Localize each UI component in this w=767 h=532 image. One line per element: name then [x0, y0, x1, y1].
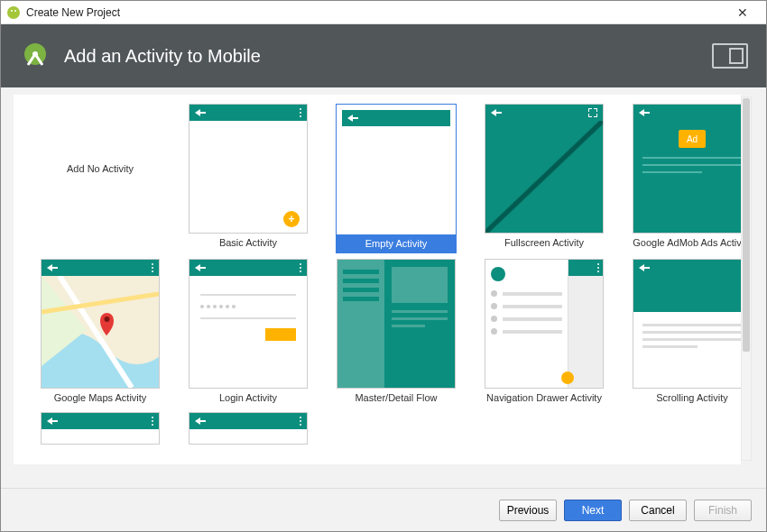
back-arrow-icon — [195, 264, 200, 271]
svg-point-8 — [105, 316, 110, 322]
template-partial-2[interactable] — [180, 412, 317, 445]
template-login-activity[interactable]: Login Activity — [180, 259, 317, 407]
overflow-icon — [152, 263, 153, 272]
form-factor-icon — [712, 43, 748, 69]
back-arrow-icon — [347, 115, 353, 122]
template-label: Navigation Drawer Activity — [485, 389, 604, 407]
template-partial-1[interactable] — [32, 412, 169, 445]
template-add-no-activity[interactable]: Add No Activity — [32, 104, 169, 253]
fab-icon: + — [283, 211, 300, 227]
template-grid: Add No Activity + Basic Activity — [32, 104, 734, 445]
overflow-icon — [300, 108, 301, 117]
cancel-button[interactable]: Cancel — [629, 500, 687, 521]
template-google-maps-activity[interactable]: Google Maps Activity — [32, 259, 169, 407]
template-label: Fullscreen Activity — [485, 234, 604, 252]
window-title: Create New Project — [26, 6, 725, 19]
page-title: Add an Activity to Mobile — [64, 46, 712, 67]
template-master-detail-flow[interactable]: Master/Detail Flow — [328, 259, 465, 407]
overflow-icon — [152, 417, 153, 426]
back-arrow-icon — [47, 417, 52, 425]
back-arrow-icon — [639, 109, 644, 116]
svg-point-1 — [11, 10, 13, 12]
back-arrow-icon — [491, 109, 496, 116]
template-grid-scroll[interactable]: Add No Activity + Basic Activity — [14, 95, 753, 464]
ad-badge-icon: Ad — [679, 130, 706, 148]
template-label: Basic Activity — [189, 234, 308, 252]
back-arrow-icon — [639, 264, 644, 271]
android-studio-logo-icon — [19, 40, 51, 72]
template-scrolling-activity[interactable]: Scrolling Activity — [624, 259, 753, 407]
app-icon — [6, 5, 21, 20]
template-label: Add No Activity — [67, 163, 134, 174]
template-admob-activity[interactable]: Ad Google AdMob Ads Activity — [624, 104, 753, 253]
vertical-scrollbar[interactable] — [741, 96, 752, 461]
footer: Previous Next Cancel Finish — [1, 488, 766, 531]
template-label: Google AdMob Ads Activity — [633, 234, 752, 252]
template-empty-activity[interactable]: Empty Activity — [328, 104, 465, 253]
previous-button[interactable]: Previous — [499, 500, 557, 521]
svg-point-2 — [14, 10, 16, 12]
template-basic-activity[interactable]: + Basic Activity — [180, 104, 317, 253]
back-arrow-icon — [195, 109, 200, 116]
fab-icon — [561, 371, 574, 384]
back-arrow-icon — [47, 264, 52, 271]
template-label: Scrolling Activity — [633, 389, 752, 407]
template-label: Login Activity — [189, 389, 308, 407]
template-label: Google Maps Activity — [41, 389, 160, 407]
finish-button: Finish — [694, 500, 752, 521]
svg-point-4 — [32, 51, 38, 57]
back-arrow-icon — [195, 417, 200, 425]
template-fullscreen-activity[interactable]: Fullscreen Activity — [476, 104, 613, 253]
login-button-icon — [265, 328, 296, 341]
close-icon[interactable]: ✕ — [725, 5, 761, 20]
content-area: Add No Activity + Basic Activity — [1, 87, 766, 488]
expand-icon — [588, 108, 597, 117]
header: Add an Activity to Mobile — [1, 24, 766, 87]
template-label: Empty Activity — [337, 234, 456, 252]
template-navigation-drawer-activity[interactable]: Navigation Drawer Activity — [476, 259, 613, 407]
svg-point-0 — [7, 6, 20, 19]
overflow-icon — [300, 417, 301, 426]
template-label: Master/Detail Flow — [337, 389, 456, 407]
next-button[interactable]: Next — [564, 500, 622, 521]
overflow-icon — [300, 263, 301, 272]
titlebar: Create New Project ✕ — [1, 1, 766, 24]
